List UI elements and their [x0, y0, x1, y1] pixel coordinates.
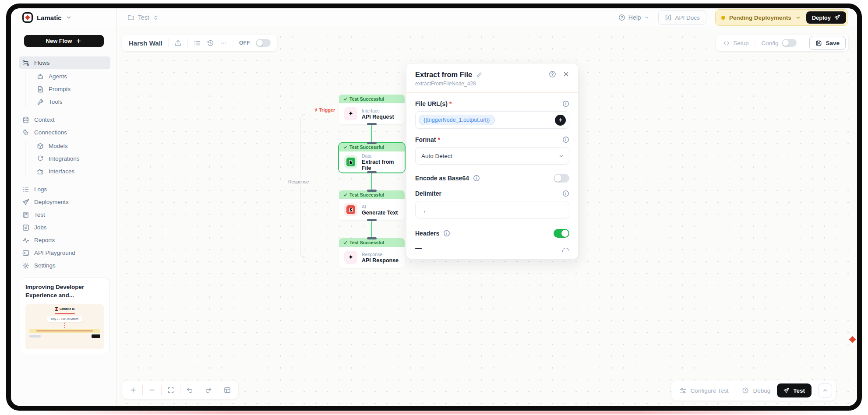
undo-button[interactable]	[180, 381, 199, 399]
database-icon	[22, 116, 29, 123]
sidebar-item-logs[interactable]: Logs	[19, 183, 110, 196]
sidebar-item-agents[interactable]: Agents	[25, 70, 110, 83]
node-status-badge: Test Successful	[339, 143, 405, 151]
save-button[interactable]: Save	[809, 36, 846, 50]
new-flow-button[interactable]: New Flow	[24, 35, 104, 47]
sidebar-item-flows[interactable]: Flows	[19, 56, 110, 69]
sidebar-item-api-playground[interactable]: API Playground	[19, 246, 110, 259]
zoom-out-button[interactable]	[143, 381, 161, 399]
file-url-input[interactable]: {{triggerNode_1.output.url}}	[415, 111, 569, 129]
sidebar: New Flow Flows Agents	[11, 27, 117, 406]
job-box-icon	[22, 224, 29, 231]
screen: Lamatic Test Help API Doc	[0, 0, 868, 415]
response-edge-dashed	[300, 114, 339, 258]
sidebar-item-test[interactable]: Test	[19, 208, 110, 221]
wrench-icon	[37, 98, 44, 106]
zoom-in-button[interactable]	[124, 381, 142, 399]
sidebar-item-jobs[interactable]: Jobs	[19, 221, 110, 234]
flow-node-api-request[interactable]: Test Successful Interface API Request	[339, 95, 405, 124]
robot-icon	[37, 73, 44, 80]
node-handle[interactable]	[367, 190, 377, 192]
setup-button[interactable]: Setup	[723, 40, 748, 46]
sidebar-item-integrations[interactable]: Integrations	[25, 152, 110, 165]
notes-table-button[interactable]	[218, 381, 236, 399]
flow-node-extract-from-file[interactable]: Test Successful Data Extract from File	[339, 143, 405, 172]
promo-title: Improving Developer Experience and...	[25, 283, 104, 300]
redo-button[interactable]	[199, 381, 218, 399]
flow-enabled-toggle[interactable]	[256, 39, 271, 47]
collapse-panel-button[interactable]	[818, 383, 832, 397]
api-docs-button[interactable]: API Docs	[658, 10, 706, 25]
code-icon	[723, 40, 730, 46]
fit-view-button[interactable]	[162, 381, 180, 399]
sidebar-item-label: Test	[34, 211, 45, 218]
more-options-icon[interactable]	[220, 39, 227, 47]
flow-node-api-response[interactable]: Test Successful Response API Response	[339, 238, 405, 268]
flow-canvas[interactable]: Harsh Wall OFF	[117, 27, 857, 406]
project-tab[interactable]: Test	[127, 14, 159, 21]
node-handle[interactable]	[367, 237, 377, 239]
top-bar-actions: Help API Docs Pending Deployments Deploy	[618, 9, 857, 26]
node-handle[interactable]	[367, 123, 377, 125]
node-handle[interactable]	[367, 142, 377, 144]
sidebar-item-tools[interactable]: Tools	[25, 95, 110, 108]
panel-help-icon[interactable]	[549, 70, 556, 78]
sidebar-item-prompts[interactable]: Prompts	[25, 83, 110, 95]
debug-button[interactable]: Debug	[742, 387, 770, 394]
info-icon[interactable]	[443, 230, 450, 237]
sidebar-item-reports[interactable]: Reports	[19, 234, 110, 246]
pending-deployments-group[interactable]: Pending Deployments Deploy	[715, 9, 848, 26]
sidebar-item-interfaces[interactable]: Interfaces	[25, 165, 110, 178]
headers-toggle[interactable]	[554, 229, 569, 238]
node-type: AI	[362, 204, 398, 209]
promo-decor	[29, 334, 100, 338]
sidebar-item-settings[interactable]: Settings	[19, 259, 110, 272]
journal-icon	[22, 211, 29, 218]
variable-pill[interactable]: {{triggerNode_1.output.url}}	[419, 115, 495, 125]
deploy-button[interactable]: Deploy	[806, 11, 846, 24]
queue-list-icon[interactable]	[194, 39, 201, 47]
paper-plane-icon	[783, 387, 790, 394]
config-toggle-group[interactable]: Config	[761, 39, 797, 47]
info-icon[interactable]	[473, 175, 480, 182]
promo-card[interactable]: Improving Developer Experience and... La…	[20, 278, 109, 354]
sidebar-item-deployments[interactable]: Deployments	[19, 196, 110, 208]
sidebar-item-connections[interactable]: Connections	[19, 126, 110, 139]
node-handle[interactable]	[367, 171, 377, 173]
delimiter-input[interactable]: ,	[415, 201, 569, 218]
help-menu[interactable]: Help	[618, 14, 649, 21]
node-config-panel: Extract from File extractFromFileNode_42…	[406, 63, 579, 259]
sidebar-item-label: Flows	[34, 60, 49, 66]
test-button[interactable]: Test	[777, 383, 812, 397]
configure-test-button[interactable]: Configure Test	[679, 387, 729, 394]
format-select[interactable]: Auto Detect	[415, 147, 569, 165]
info-icon[interactable]	[562, 190, 569, 197]
field-format: Format * Auto Detect	[415, 136, 569, 165]
terminal-icon	[22, 250, 29, 257]
workspace-switcher[interactable]: Lamatic	[11, 8, 117, 27]
node-type: Interface	[362, 108, 394, 113]
flow-node-generate-text[interactable]: Test Successful AI Generate Text	[339, 190, 405, 220]
paper-plane-icon	[834, 14, 840, 21]
test-label: Test	[793, 387, 805, 394]
required-marker: *	[449, 100, 452, 107]
chevron-down-icon	[644, 15, 649, 20]
setup-label: Setup	[733, 40, 748, 46]
node-handle[interactable]	[367, 219, 377, 221]
node-status-badge: Test Successful	[339, 190, 405, 199]
activity-icon	[22, 237, 29, 244]
close-icon[interactable]	[563, 71, 569, 77]
format-label: Format	[415, 136, 436, 143]
edit-pencil-icon[interactable]	[476, 72, 482, 78]
test-run-bar: Configure Test Debug Test	[671, 380, 836, 401]
history-icon[interactable]	[207, 39, 214, 47]
share-upload-icon[interactable]	[174, 39, 182, 47]
sidebar-item-models[interactable]: Models	[25, 140, 110, 152]
info-icon[interactable]	[562, 136, 569, 143]
add-url-button[interactable]	[555, 115, 566, 126]
sidebar-item-context[interactable]: Context	[19, 113, 110, 126]
api-docs-label: API Docs	[675, 14, 700, 21]
encode-base64-toggle[interactable]	[554, 174, 569, 183]
config-toggle[interactable]	[782, 39, 797, 47]
info-icon[interactable]	[562, 100, 569, 107]
